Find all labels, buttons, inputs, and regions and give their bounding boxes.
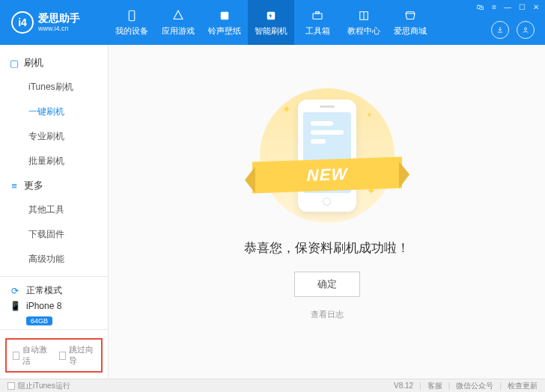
nav-label: 爱思商城 <box>394 25 427 37</box>
update-link[interactable]: 检查更新 <box>508 381 538 391</box>
status-bar: 阻止iTunes运行 V8.12 | 客服 | 微信公众号 | 检查更新 <box>0 379 545 392</box>
list-icon: ≡ <box>9 180 19 192</box>
nav-tab-media[interactable]: 铃声壁纸 <box>201 0 248 45</box>
nav-label: 应用游戏 <box>162 25 195 37</box>
minimize-icon[interactable]: — <box>504 3 511 11</box>
skip-wizard-option[interactable]: 跳过向导 <box>59 344 95 367</box>
device-label: iPhone 8 <box>26 301 61 311</box>
storage-badge: 64GB <box>26 316 52 325</box>
app-url: www.i4.cn <box>38 25 80 33</box>
sidebar-item-tools[interactable]: 其他工具 <box>0 197 108 222</box>
sidebar-item-pro[interactable]: 专业刷机 <box>0 124 108 149</box>
ribbon-text: NEW <box>306 165 347 186</box>
checkbox-icon[interactable] <box>59 352 66 360</box>
nav-tab-tools[interactable]: 工具箱 <box>294 0 341 45</box>
option-label: 自动激活 <box>22 344 49 367</box>
sidebar-item-download[interactable]: 下载固件 <box>0 222 108 247</box>
app-name: 爱思助手 <box>38 12 80 25</box>
mode-row[interactable]: ⟳ 正常模式 <box>9 284 99 297</box>
phone-icon <box>124 8 139 23</box>
option-label: 阻止iTunes运行 <box>18 381 70 391</box>
sidebar-item-advanced[interactable]: 高级功能 <box>0 247 108 272</box>
nav-label: 工具箱 <box>305 25 330 37</box>
logo-area: i4 爱思助手 www.i4.cn <box>0 11 109 34</box>
flash-icon <box>264 8 278 23</box>
nav-tab-apps[interactable]: 应用游戏 <box>155 0 201 45</box>
device-row[interactable]: 📱 iPhone 8 <box>9 300 99 312</box>
block-itunes-option[interactable]: 阻止iTunes运行 <box>7 381 70 391</box>
sidebar: ▢ 刷机 iTunes刷机 一键刷机 专业刷机 批量刷机 ≡ 更多 其他工具 下… <box>0 45 109 379</box>
svg-point-5 <box>525 28 527 30</box>
toolbox-icon <box>310 8 325 23</box>
mode-label: 正常模式 <box>26 284 62 297</box>
checkbox-icon[interactable] <box>7 382 15 390</box>
cart-icon[interactable]: 🛍 <box>477 3 484 11</box>
close-icon[interactable]: ✕ <box>533 3 539 11</box>
svg-rect-1 <box>221 12 229 20</box>
new-ribbon: NEW <box>252 157 402 194</box>
view-log-link[interactable]: 查看日志 <box>311 309 344 320</box>
checkbox-icon[interactable] <box>13 352 19 360</box>
app-header: i4 爱思助手 www.i4.cn 我的设备 应用游戏 铃声壁纸 智能刷机 工具… <box>0 0 545 45</box>
device-status: ⟳ 正常模式 📱 iPhone 8 64GB <box>0 276 108 329</box>
book-icon <box>356 8 371 23</box>
support-link[interactable]: 客服 <box>427 381 442 391</box>
nav-label: 我的设备 <box>115 25 148 37</box>
sidebar-item-oneclick[interactable]: 一键刷机 <box>0 99 108 124</box>
nav-tab-device[interactable]: 我的设备 <box>109 0 155 45</box>
nav-tab-flash[interactable]: 智能刷机 <box>248 0 294 45</box>
success-message: 恭喜您，保资料刷机成功啦！ <box>244 239 409 257</box>
sidebar-cat-more[interactable]: ≡ 更多 <box>0 174 108 197</box>
sidebar-item-batch[interactable]: 批量刷机 <box>0 149 108 174</box>
device-icon: ▢ <box>9 58 19 69</box>
window-controls: 🛍 ≡ — ☐ ✕ <box>477 3 539 11</box>
sidebar-cat-flash[interactable]: ▢ 刷机 <box>0 51 108 75</box>
shop-icon <box>403 8 418 23</box>
logo-icon: i4 <box>11 11 34 34</box>
success-illustration: ✦ ✦ ✦ NEW <box>260 88 395 223</box>
wechat-link[interactable]: 微信公众号 <box>456 381 493 391</box>
user-icon[interactable] <box>517 21 535 39</box>
media-icon <box>217 8 232 23</box>
nav-label: 智能刷机 <box>255 25 287 37</box>
menu-icon[interactable]: ≡ <box>492 3 496 11</box>
cat-label: 刷机 <box>24 56 43 70</box>
nav-label: 铃声壁纸 <box>208 25 241 37</box>
nav-tab-tutorial[interactable]: 教程中心 <box>341 0 387 45</box>
maximize-icon[interactable]: ☐ <box>519 3 526 11</box>
svg-rect-3 <box>313 13 322 19</box>
phone-small-icon: 📱 <box>9 300 21 312</box>
nav-label: 教程中心 <box>347 25 380 37</box>
download-icon[interactable] <box>491 21 509 39</box>
main-panel: ✦ ✦ ✦ NEW 恭喜您，保资料刷机成功啦！ 确定 查看日 <box>109 45 545 379</box>
svg-rect-0 <box>129 10 135 21</box>
sidebar-item-itunes[interactable]: iTunes刷机 <box>0 75 108 99</box>
phone-graphic <box>298 99 356 212</box>
svg-rect-4 <box>316 12 320 13</box>
apps-icon <box>171 8 186 23</box>
version-label: V8.12 <box>394 382 413 390</box>
cat-label: 更多 <box>24 179 43 192</box>
nav-tabs: 我的设备 应用游戏 铃声壁纸 智能刷机 工具箱 教程中心 爱思商城 <box>109 0 433 45</box>
nav-tab-shop[interactable]: 爱思商城 <box>387 0 433 45</box>
option-label: 跳过向导 <box>69 344 95 367</box>
ok-button[interactable]: 确定 <box>294 272 360 297</box>
refresh-icon: ⟳ <box>9 285 21 297</box>
auto-activate-option[interactable]: 自动激活 <box>13 344 49 367</box>
options-highlight: 自动激活 跳过向导 <box>5 338 103 373</box>
